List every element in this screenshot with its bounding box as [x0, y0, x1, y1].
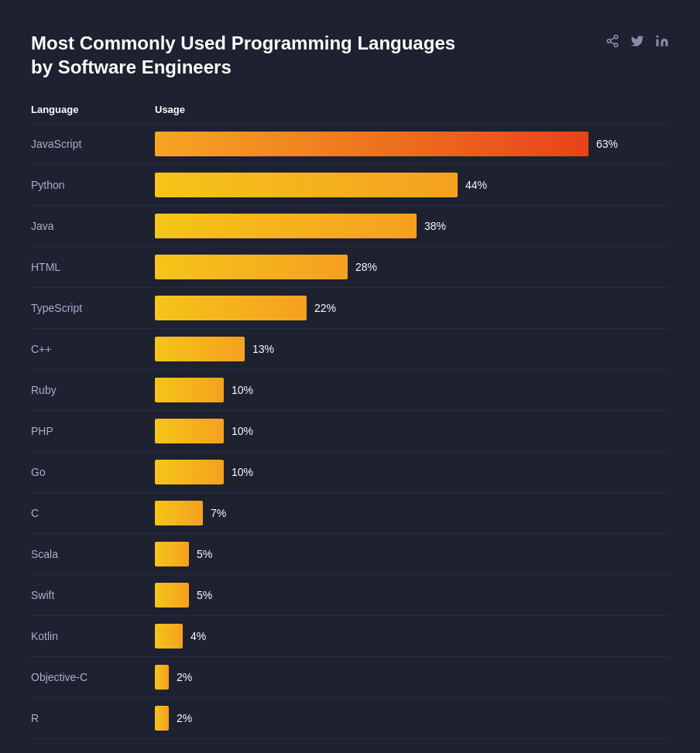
bar-area: 44% [155, 173, 669, 197]
pct-label: 44% [465, 179, 487, 191]
language-label: TypeScript [31, 302, 155, 314]
bar-row: Scala5% [31, 533, 669, 574]
bar-fill [155, 542, 189, 566]
page-title: Most Commonly Used Programming Languages… [31, 31, 465, 79]
bar-area: 2% [155, 706, 669, 731]
bar-area: 13% [155, 337, 669, 361]
language-label: Kotlin [31, 630, 155, 642]
language-label: Scala [31, 548, 155, 560]
linkedin-icon[interactable] [655, 34, 669, 52]
bar-area: 10% [155, 378, 669, 402]
bar-fill [155, 706, 169, 731]
bar-area: 22% [155, 296, 669, 320]
social-share-group [606, 34, 669, 52]
language-label: Swift [31, 589, 155, 601]
bar-row: PHP10% [31, 410, 669, 451]
bar-row: TypeScript22% [31, 287, 669, 328]
pct-label: 28% [355, 261, 377, 273]
pct-label: 2% [177, 671, 192, 683]
bar-row: C7% [31, 492, 669, 533]
bar-area: 38% [155, 214, 669, 238]
bar-fill [155, 624, 183, 649]
bar-row: Ruby10% [31, 369, 669, 410]
bar-fill [155, 296, 307, 320]
bar-fill [155, 173, 458, 197]
bar-fill [155, 583, 189, 608]
language-label: JavaScript [31, 138, 155, 150]
pct-label: 10% [232, 384, 253, 396]
bar-fill [155, 214, 417, 238]
pct-label: 5% [197, 548, 212, 560]
bar-area: 4% [155, 624, 669, 649]
bar-area: 28% [155, 255, 669, 279]
bar-area: 10% [155, 460, 669, 484]
pct-label: 4% [190, 630, 206, 642]
svg-rect-5 [657, 39, 659, 46]
bar-row: Objective-C2% [31, 656, 669, 697]
pct-label: 7% [211, 507, 226, 519]
bar-fill [155, 419, 224, 443]
column-language: Language [31, 104, 155, 115]
chart-container: JavaScript63%Python44%Java38%HTML28%Type… [31, 123, 669, 739]
language-label: C [31, 507, 155, 519]
column-headers: Language Usage [31, 104, 669, 115]
twitter-icon[interactable] [630, 34, 644, 52]
bar-area: 2% [155, 665, 669, 690]
bar-row: Go10% [31, 451, 669, 492]
bar-row: Swift5% [31, 574, 669, 615]
bar-fill [155, 501, 203, 525]
bar-row: Kotlin4% [31, 615, 669, 656]
pct-label: 22% [314, 302, 336, 314]
bar-row: R2% [31, 697, 669, 739]
bar-row: Python44% [31, 164, 669, 205]
pct-label: 2% [177, 712, 192, 724]
bar-area: 5% [155, 583, 669, 608]
language-label: HTML [31, 261, 155, 273]
column-usage: Usage [155, 104, 185, 115]
bar-row: HTML28% [31, 246, 669, 287]
language-label: C++ [31, 343, 155, 355]
bar-fill [155, 132, 588, 156]
svg-line-3 [610, 42, 614, 44]
bar-area: 10% [155, 419, 669, 443]
bar-area: 7% [155, 501, 669, 525]
bar-area: 63% [155, 132, 669, 156]
bar-fill [155, 337, 245, 361]
svg-line-4 [610, 38, 614, 40]
svg-point-6 [657, 36, 659, 38]
language-label: Ruby [31, 384, 155, 396]
bar-fill [155, 460, 224, 484]
bar-row: C++13% [31, 328, 669, 369]
language-label: Python [31, 179, 155, 191]
language-label: Go [31, 466, 155, 478]
pct-label: 13% [252, 343, 274, 355]
bar-row: Java38% [31, 205, 669, 246]
share-icon[interactable] [606, 34, 619, 52]
bar-area: 5% [155, 542, 669, 566]
language-label: Java [31, 220, 155, 232]
page-header: Most Commonly Used Programming Languages… [31, 31, 669, 79]
bar-row: JavaScript63% [31, 123, 669, 164]
pct-label: 38% [424, 220, 446, 232]
language-label: PHP [31, 425, 155, 437]
bar-fill [155, 255, 348, 279]
pct-label: 63% [596, 138, 618, 150]
bar-fill [155, 378, 224, 402]
language-label: Objective-C [31, 671, 155, 683]
pct-label: 10% [232, 425, 253, 437]
pct-label: 10% [232, 466, 253, 478]
pct-label: 5% [197, 589, 212, 601]
bar-fill [155, 665, 169, 690]
language-label: R [31, 712, 155, 724]
